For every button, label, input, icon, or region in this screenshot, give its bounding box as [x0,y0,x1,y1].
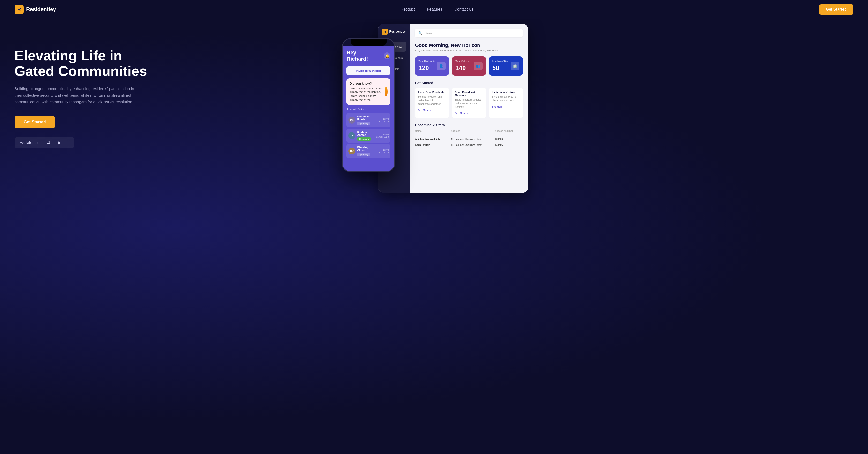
did-you-know-card: Did you know? Lorem ipsum dolor is simpl… [346,78,391,105]
nav-product[interactable]: Product [402,7,415,11]
stat-visitors-value: 140 [455,64,469,72]
col-address: Address [451,130,493,132]
visitor-status-3: Upcoming [357,153,370,156]
get-started-section-label: Get Started [415,81,523,85]
hero-section: Elevating Life in Gated Communities Buil… [0,19,868,454]
row2-access: 123456 [495,143,523,146]
row1-address: 45, Solomon Okonkwo Street [451,138,493,140]
nav-features[interactable]: Features [427,7,442,11]
gs-broadcast-link[interactable]: See More → [455,112,469,115]
search-icon: 🔍 [418,31,423,35]
stat-residents-label: Total Residents [418,60,435,63]
divider-3: | [65,141,66,144]
notification-bell-icon[interactable]: 🔔 [384,53,391,59]
recent-visitors-label: Recent Visitors [346,108,391,111]
visitor-name-2: Ibrahim Ahmed [357,131,374,136]
phone-mockup: Hey Richard! 🔔 Invite new visitor Did yo… [342,38,395,172]
visitor-row-1: ME Mandeline Eniola Upcoming 10PM 11 Oct… [346,113,391,127]
brand-name: Residentley [26,6,56,12]
stat-blocs-icon: 🏢 [511,62,519,70]
upcoming-visitors-label: Upcoming Visitors [415,123,523,127]
dashboard-subtext: Stay informed, take action, and nurture … [415,49,523,52]
row1-access: 123456 [495,138,523,140]
visitor-status-2: Checked in [357,137,371,141]
divider-1: | [41,141,42,144]
dash-logo-text: Residentley [389,30,405,33]
gs-invite-residents: Invite New Residents Send an invitation … [415,88,449,118]
visitor-name-3: Blessing Okoro [357,146,374,152]
stat-residents-icon: 👤 [437,62,445,70]
dashboard-greeting: Good Morning, New Horizon [415,42,523,48]
gs-invite-visitors-link[interactable]: See More → [492,105,506,108]
gs-invite-visitors: Invite New Visitors Send them an invite … [489,88,523,118]
phone-screen: Hey Richard! 🔔 Invite new visitor Did yo… [343,46,394,171]
visitor-row-3: BO Blessing Okoro Upcoming 10PM 11 Oct, … [346,144,391,158]
get-started-cards: Invite New Residents Send an invitation … [415,88,523,118]
card-illustration [385,87,388,96]
navbar: R Residentley Product Features Contact U… [0,0,868,19]
col-access: Access Number [495,130,523,132]
stats-row: Total Residents 120 👤 Total Visitors 140… [415,56,523,76]
dashboard-main: 🔍 Search Good Morning, New Horizon Stay … [409,24,528,193]
nav-links: Product Features Contact Us [402,7,473,11]
visitors-table: Name Address Access Number Akintan Iteol… [415,130,523,148]
android-icon: ▶ [58,140,61,145]
logo-icon: R [14,5,24,14]
dash-logo-icon: R [381,29,388,35]
stat-residents-value: 120 [418,64,435,72]
hero-subtitle: Building stronger communities by enhanci… [14,86,140,105]
stat-visitors-label: Total Visitors [455,60,469,63]
stat-visitors: Total Visitors 140 👥 [452,56,486,76]
available-on-label: Available on [20,141,38,144]
visitor-avatar-3: BO [348,148,355,155]
search-placeholder-text: Search [424,31,434,35]
phone-invite-button[interactable]: Invite new visitor [346,66,391,75]
visitor-status-1: Upcoming [357,122,370,125]
visitor-avatar-2: IA [348,132,355,139]
stat-blocs: Number of Bloc 50 🏢 [489,56,523,76]
hero-get-started-button[interactable]: Get Started [14,116,55,128]
nav-get-started-button[interactable]: Get Started [819,4,854,14]
dash-logo: R Residentley [381,29,406,35]
phone-greeting-text: Hey Richard! [346,50,368,62]
stat-blocs-label: Number of Bloc [492,60,509,63]
table-row-2: Seun Fatusin 45, Solomon Okonkwo Street … [415,142,523,148]
stat-residents: Total Residents 120 👤 [415,56,449,76]
visitor-name-1: Mandeline Eniola [357,115,374,121]
table-header: Name Address Access Number [415,130,523,134]
phone-outer: Hey Richard! 🔔 Invite new visitor Did yo… [342,38,395,172]
mockup-area: Hey Richard! 🔔 Invite new visitor Did yo… [330,19,868,454]
tablet-outer: R Residentley ⊞ Overview 👤 Residents 👥 V… [378,24,528,193]
visitor-avatar-1: ME [348,117,355,124]
row2-name: Seun Fatusin [415,143,448,146]
gs-invite-residents-link[interactable]: See More → [418,109,432,112]
stat-blocs-value: 50 [492,64,509,72]
available-on-bar: Available on | 🖥 | ▶ | [14,137,74,148]
col-name: Name [415,130,448,132]
hero-title: Elevating Life in Gated Communities [14,48,147,79]
table-row-1: Akintan Iteoluwakiishi 45, Solomon Okonk… [415,136,523,142]
hero-content: Elevating Life in Gated Communities Buil… [14,33,147,148]
gs-broadcast: Send Broadcast Message Share important u… [452,88,486,118]
phone-notch [350,39,387,46]
row1-name: Akintan Iteoluwakiishi [415,138,448,140]
desktop-icon: 🖥 [46,140,50,145]
nav-contact[interactable]: Contact Us [454,7,473,11]
search-bar[interactable]: 🔍 Search [415,29,523,37]
stat-visitors-icon: 👥 [474,62,483,70]
row2-address: 45, Solomon Okonkwo Street [451,143,493,146]
divider-2: | [54,141,55,144]
logo[interactable]: R Residentley [14,5,56,14]
dashboard-mockup: R Residentley ⊞ Overview 👤 Residents 👥 V… [378,24,528,193]
phone-greeting: Hey Richard! 🔔 [346,50,391,62]
visitor-row-2: IA Ibrahim Ahmed Checked in 10PM 11 Oct,… [346,129,391,142]
